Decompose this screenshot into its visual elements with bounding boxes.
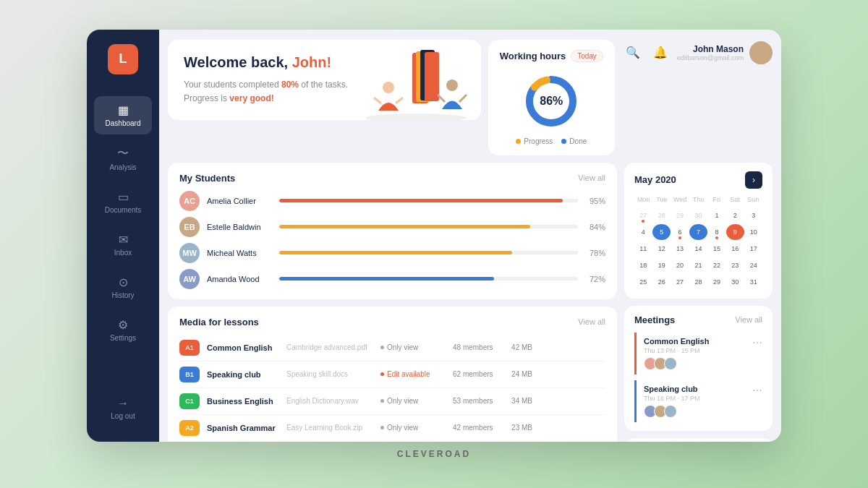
media-members: 53 members <box>453 397 500 405</box>
meeting-time: Thu 13 PM · 15 PM <box>644 347 762 354</box>
calendar-cell[interactable]: 18 <box>634 257 652 273</box>
calendar-cell[interactable]: 6 <box>671 224 689 240</box>
sidebar: L ▦ Dashboard 〜 Analysis ▭ Documents ✉ I… <box>87 30 159 442</box>
calendar-cell[interactable]: 25 <box>634 274 652 290</box>
media-access: Only view <box>380 343 446 351</box>
search-icon[interactable]: 🔍 <box>622 42 644 64</box>
media-row[interactable]: A1 Common English Cambridge advanced.pdf… <box>179 335 605 361</box>
media-view-all[interactable]: View all <box>578 317 605 326</box>
calendar-cell[interactable]: 10 <box>745 224 762 240</box>
sidebar-item-analysis[interactable]: 〜 Analysis <box>94 139 152 179</box>
calendar-cell[interactable]: 30 <box>689 207 707 223</box>
calendar-day-name: Wed <box>671 194 689 205</box>
meetings-list: ⋯ Common English Thu 13 PM · 15 PM ⋯ Spe… <box>634 333 762 422</box>
calendar-cell[interactable]: 29 <box>708 274 726 290</box>
student-row: MW Micheal Watts 78% <box>179 243 605 263</box>
calendar-cell[interactable]: 3 <box>745 207 762 223</box>
student-progress-bar <box>279 225 578 228</box>
calendar-cell[interactable]: 28 <box>689 274 707 290</box>
calendar-cell[interactable]: 19 <box>652 257 670 273</box>
calendar-cell[interactable]: 26 <box>652 274 670 290</box>
calendar-cell[interactable]: 21 <box>689 257 707 273</box>
sidebar-item-dashboard[interactable]: ▦ Dashboard <box>94 96 152 134</box>
calendar-cell[interactable]: 31 <box>745 274 762 290</box>
media-members: 48 members <box>453 343 500 351</box>
students-view-all[interactable]: View all <box>578 174 605 182</box>
calendar-cell[interactable]: 8 <box>708 224 726 240</box>
media-row[interactable]: A2 Spanish Grammar Easy Learning Book.zi… <box>179 415 605 441</box>
calendar-cell[interactable]: 5 <box>652 224 670 240</box>
meetings-view-all[interactable]: View all <box>735 315 762 324</box>
calendar-day-name: Thu <box>689 194 707 205</box>
welcome-card: Welcome back, John! Your students comple… <box>168 40 481 120</box>
meeting-item[interactable]: ⋯ Speaking club Thu 16 PM · 17 PM <box>634 380 762 422</box>
meeting-more-btn[interactable]: ⋯ <box>752 337 762 348</box>
calendar-day-name: Mon <box>634 194 652 205</box>
calendar-cell[interactable]: 9 <box>726 224 744 240</box>
user-bar: 🔍 🔔 John Mason editbarson@gmail.com <box>622 40 773 64</box>
documents-icon: ▭ <box>118 190 129 204</box>
calendar-cell[interactable]: 13 <box>671 241 689 257</box>
media-members: 42 members <box>453 424 500 432</box>
logout-icon: → <box>117 397 129 410</box>
calendar-cell[interactable]: 16 <box>726 241 744 257</box>
calendar-cell[interactable]: 12 <box>652 241 670 257</box>
media-file: Cambridge advanced.pdf <box>286 343 373 351</box>
student-row: AC Amelia Collier 95% <box>179 191 605 211</box>
calendar-cell[interactable]: 22 <box>708 257 726 273</box>
calendar-cell[interactable]: 4 <box>634 224 652 240</box>
calendar-next-btn[interactable]: › <box>745 171 762 189</box>
calendar-cell[interactable]: 27 <box>634 207 652 223</box>
calendar-cell[interactable]: 11 <box>634 241 652 257</box>
media-file: English Dictionary.wav <box>286 397 373 405</box>
main-content: Welcome back, John! Your students comple… <box>159 30 781 442</box>
branding: CLEVEROAD <box>397 449 471 459</box>
sidebar-item-settings[interactable]: ⚙ Settings <box>94 311 152 349</box>
media-name: Speaking club <box>207 370 279 379</box>
history-icon: ⊙ <box>119 275 128 289</box>
calendar-cell[interactable]: 2 <box>726 207 744 223</box>
sidebar-item-history[interactable]: ⊙ History <box>94 268 152 307</box>
student-avatar: EB <box>179 217 200 237</box>
svg-rect-3 <box>425 52 439 101</box>
meeting-time: Thu 16 PM · 17 PM <box>644 395 762 402</box>
student-avatar: AC <box>179 191 200 211</box>
media-size: 24 MB <box>507 370 532 378</box>
today-filter[interactable]: Today <box>571 50 603 62</box>
svg-point-4 <box>383 82 394 93</box>
meeting-avatars <box>644 357 762 370</box>
media-row[interactable]: B1 Speaking club Speaking skill.docs Edi… <box>179 361 605 388</box>
media-list: A1 Common English Cambridge advanced.pdf… <box>179 335 605 441</box>
calendar-cell[interactable]: 20 <box>671 257 689 273</box>
logo[interactable]: L <box>108 44 138 74</box>
calendar-cell[interactable]: 7 <box>689 224 707 240</box>
notification-icon[interactable]: 🔔 <box>650 42 671 64</box>
meeting-title: Speaking club <box>644 385 762 393</box>
inbox-icon: ✉ <box>119 233 128 247</box>
student-percent: 95% <box>585 197 605 205</box>
calendar-cell[interactable]: 30 <box>726 274 744 290</box>
donut-label: 86% <box>540 95 563 108</box>
calendar-cell[interactable]: 17 <box>745 241 762 257</box>
chart-legend: Progress Done <box>516 137 587 145</box>
sidebar-nav: ▦ Dashboard 〜 Analysis ▭ Documents ✉ Inb… <box>87 96 159 390</box>
meeting-more-btn[interactable]: ⋯ <box>752 385 762 396</box>
calendar-cell[interactable]: 29 <box>671 207 689 223</box>
calendar-cell[interactable]: 27 <box>671 274 689 290</box>
meeting-item[interactable]: ⋯ Common English Thu 13 PM · 15 PM <box>634 333 762 374</box>
calendar-cell[interactable]: 28 <box>652 207 670 223</box>
media-size: 23 MB <box>507 424 532 432</box>
sidebar-item-documents[interactable]: ▭ Documents <box>94 183 152 221</box>
logout-button[interactable]: → Log out <box>103 390 142 427</box>
calendar-cell[interactable]: 14 <box>689 241 707 257</box>
sidebar-item-inbox[interactable]: ✉ Inbox <box>94 226 152 264</box>
media-members: 62 members <box>453 370 500 378</box>
calendar-cell[interactable]: 23 <box>726 257 744 273</box>
user-avatar[interactable] <box>749 41 773 64</box>
calendar-cell[interactable]: 1 <box>708 207 726 223</box>
welcome-illustration <box>358 46 474 120</box>
calendar-cell[interactable]: 24 <box>745 257 762 273</box>
media-file: Speaking skill.docs <box>286 370 373 378</box>
media-row[interactable]: C1 Business English English Dictionary.w… <box>179 388 605 415</box>
calendar-cell[interactable]: 15 <box>708 241 726 257</box>
